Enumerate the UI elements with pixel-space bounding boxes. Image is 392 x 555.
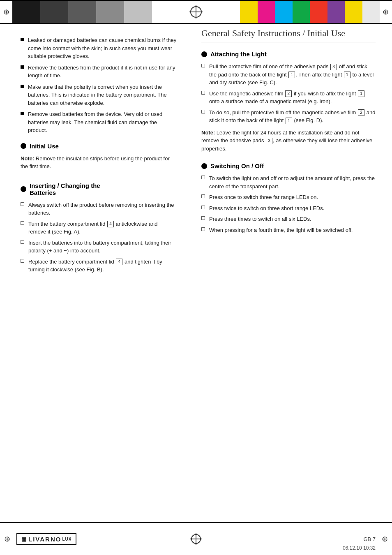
safety-item-1-text: Leaked or damaged batteries can cause ch… — [28, 36, 177, 60]
logo-suffix: LUX — [62, 537, 71, 541]
top-bar-section: ⊕ ⊕ — [0, 0, 392, 24]
page: ⊕ ⊕ Leaked or damaged batteries can caus… — [0, 0, 392, 555]
attaching-note: Note: Leave the light for 24 hours at th… — [201, 129, 376, 153]
attaching-note-text: Leave the light for 24 hours at the inst… — [201, 130, 372, 152]
hollow-bullet-icon — [201, 227, 205, 231]
bullet-icon — [201, 51, 207, 57]
logo-brand-name: LIVARNO — [28, 536, 61, 543]
bullet-icon — [21, 143, 26, 149]
logo-grid-icon: ▦ — [21, 536, 27, 542]
bullet-icon — [201, 163, 207, 169]
number-box-4b: 4 — [116, 259, 122, 265]
attach-item-1-text: Pull the protective film of one of the a… — [209, 62, 376, 87]
attaching-label: Attaching the Light — [210, 51, 267, 58]
footer: ⊕ ▦ LIVARNO LUX GB 7 ⊕ — [0, 522, 392, 555]
batteries-heading: Inserting / Changing theBatteries — [21, 182, 177, 196]
safety-item-3-text: Make sure that the polarity is correct w… — [28, 83, 177, 107]
initial-use-note: Note: Remove the insulation strips befor… — [21, 155, 177, 171]
content-area: Leaked or damaged batteries can cause ch… — [0, 24, 392, 286]
batteries-label: Inserting / Changing theBatteries — [30, 182, 100, 196]
hollow-bullet-icon — [201, 216, 205, 220]
switching-heading: Switching On / Off — [201, 162, 376, 169]
left-color-swatches — [12, 1, 152, 23]
battery-item-2: Turn the battery compartment lid 4 antic… — [21, 220, 177, 236]
battery-item-1-text: Always switch off the product before rem… — [28, 201, 177, 217]
attach-item-2-text: Use the magnetic adhesive film 2 if you … — [209, 90, 376, 106]
battery-item-2-text: Turn the battery compartment lid 4 antic… — [28, 220, 177, 236]
bullet-icon — [21, 85, 24, 88]
note-label: Note: — [21, 155, 34, 162]
hollow-bullet-icon — [21, 240, 24, 244]
safety-item-2: Remove the batteries from the product if… — [21, 64, 177, 80]
page-title: General Safety Instructions / Initial Us… — [201, 28, 376, 42]
switch-item-2: Press once to switch three far range LED… — [201, 193, 376, 201]
switching-label: Switching On / Off — [210, 162, 264, 169]
footer-right-mark: ⊕ — [382, 534, 388, 543]
battery-item-4: Replace the battery compartment lid 4 an… — [21, 258, 177, 274]
crosshair-center — [189, 5, 203, 18]
attach-item-1: Pull the protective film of one of the a… — [201, 62, 376, 87]
safety-item-4-text: Remove used batteries from the device. V… — [28, 110, 177, 134]
number-box-3b: 3 — [266, 138, 272, 144]
batteries-list: Always switch off the product before rem… — [21, 201, 177, 274]
battery-item-3: Insert the batteries into the battery co… — [21, 239, 177, 255]
attaching-note-label: Note: — [201, 130, 215, 136]
hollow-bullet-icon — [21, 221, 24, 225]
initial-use-label: Initial Use — [30, 143, 59, 150]
footer-left-mark: ⊕ — [4, 534, 10, 543]
hollow-bullet-icon — [201, 206, 205, 209]
bullet-icon — [21, 38, 24, 41]
switch-item-1-text: To switch the light on and off or to adj… — [209, 174, 376, 190]
note-text: Remove the insulation strips before usin… — [21, 155, 170, 170]
switch-item-4-text: Press three times to switch on all six L… — [209, 215, 311, 223]
hollow-bullet-icon — [201, 110, 205, 113]
safety-item-2-text: Remove the batteries from the product if… — [28, 64, 177, 80]
battery-item-3-text: Insert the batteries into the battery co… — [28, 239, 177, 255]
hollow-bullet-icon — [21, 202, 24, 206]
switch-item-5: When pressing for a fourth time, the lig… — [201, 226, 376, 234]
attach-item-3: To do so, pull the protective film off t… — [201, 109, 376, 125]
bullet-icon — [21, 65, 24, 69]
battery-item-4-text: Replace the battery compartment lid 4 an… — [28, 258, 177, 274]
switch-item-5-text: When pressing for a fourth time, the lig… — [209, 226, 353, 234]
number-box-3a: 3 — [330, 64, 337, 70]
brand-logo: ▦ LIVARNO LUX — [16, 533, 76, 545]
left-margin-mark: ⊕ — [3, 7, 9, 16]
hollow-bullet-icon — [201, 194, 205, 198]
timestamp: 06.12.10 10:32 — [343, 545, 376, 551]
bullet-icon — [21, 112, 24, 115]
hollow-bullet-icon — [21, 259, 24, 263]
battery-item-1: Always switch off the product before rem… — [21, 201, 177, 217]
switch-item-1: To switch the light on and off or to adj… — [201, 174, 376, 190]
number-box-2a: 2 — [285, 90, 292, 97]
number-box-1b: 1 — [344, 72, 350, 78]
number-box-2b: 2 — [358, 109, 364, 116]
attach-item-3-text: To do so, pull the protective film off t… — [209, 109, 376, 125]
right-color-swatches — [240, 1, 380, 23]
switching-list: To switch the light on and off or to adj… — [201, 174, 376, 234]
attach-item-2: Use the magnetic adhesive film 2 if you … — [201, 90, 376, 106]
safety-item-4: Remove used batteries from the device. V… — [21, 110, 177, 134]
attaching-list: Pull the protective film of one of the a… — [201, 62, 376, 125]
footer-crosshair — [190, 533, 202, 545]
switch-item-3: Press twice to switch on three short ran… — [201, 204, 376, 213]
switch-item-4: Press three times to switch on all six L… — [201, 215, 376, 223]
number-box-4a: 4 — [107, 221, 114, 227]
number-box-1c: 1 — [358, 90, 364, 97]
switch-item-2-text: Press once to switch three far range LED… — [209, 193, 318, 201]
safety-item-1: Leaked or damaged batteries can cause ch… — [21, 36, 177, 60]
page-number: GB 7 — [363, 536, 376, 542]
number-box-1d: 1 — [286, 118, 292, 124]
number-box-1a: 1 — [288, 72, 295, 78]
right-column: General Safety Instructions / Initial Us… — [189, 24, 392, 286]
safety-item-3: Make sure that the polarity is correct w… — [21, 83, 177, 107]
right-margin-mark: ⊕ — [383, 7, 389, 16]
hollow-bullet-icon — [201, 91, 205, 95]
hollow-bullet-icon — [201, 64, 205, 67]
bullet-icon — [21, 186, 26, 192]
safety-list: Leaked or damaged batteries can cause ch… — [21, 36, 177, 134]
initial-use-heading: Initial Use — [21, 143, 177, 150]
switch-item-3-text: Press twice to switch on three short ran… — [209, 204, 324, 213]
hollow-bullet-icon — [201, 176, 205, 179]
attaching-heading: Attaching the Light — [201, 51, 376, 58]
